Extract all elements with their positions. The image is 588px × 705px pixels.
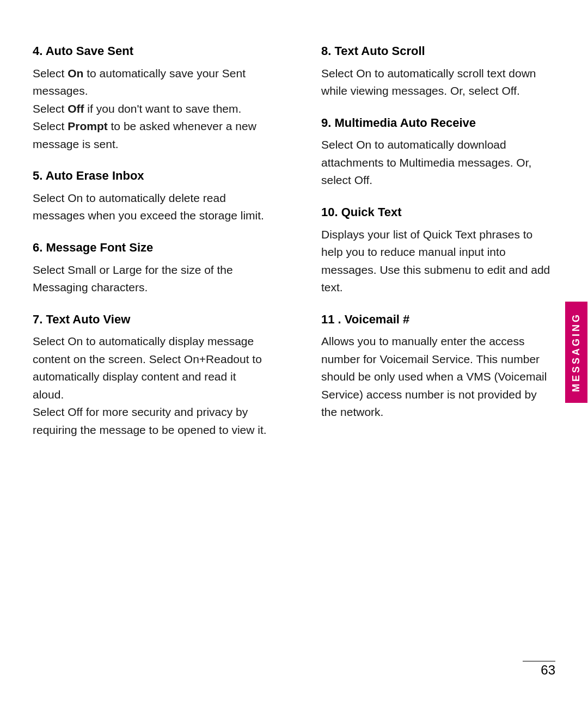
sidebar-wrapper: MESSAGING xyxy=(564,0,588,705)
section-4-body: Select On to automatically save your Sen… xyxy=(33,65,267,154)
two-column-layout: 4. Auto Save Sent Select On to automatic… xyxy=(33,44,555,455)
section-6-body: Select Small or Large for the size of th… xyxy=(33,261,267,297)
section-10-heading: 10. Quick Text xyxy=(321,205,555,220)
section-10: 10. Quick Text Displays your list of Qui… xyxy=(321,205,555,297)
section-8-body: Select On to automatically scroll text d… xyxy=(321,65,555,100)
page-divider xyxy=(523,661,555,661)
section-11: 11 . Voicemail # Allows you to manually … xyxy=(321,312,555,421)
right-column: 8. Text Auto Scroll Select On to automat… xyxy=(310,44,555,455)
section-5: 5. Auto Erase Inbox Select On to automat… xyxy=(33,168,267,225)
section-4-heading: 4. Auto Save Sent xyxy=(33,44,267,59)
section-7-body: Select On to automatically display messa… xyxy=(33,333,267,439)
page-container: 4. Auto Save Sent Select On to automatic… xyxy=(0,0,588,705)
section-5-heading: 5. Auto Erase Inbox xyxy=(33,168,267,184)
section-9: 9. Multimedia Auto Receive Select On to … xyxy=(321,115,555,189)
section-11-heading: 11 . Voicemail # xyxy=(321,312,555,328)
section-8-heading: 8. Text Auto Scroll xyxy=(321,44,555,59)
section-10-body: Displays your list of Quick Text phrases… xyxy=(321,226,555,297)
section-7: 7. Text Auto View Select On to automatic… xyxy=(33,312,267,439)
left-column: 4. Auto Save Sent Select On to automatic… xyxy=(33,44,278,455)
section-4: 4. Auto Save Sent Select On to automatic… xyxy=(33,44,267,153)
section-5-body: Select On to automatically delete read m… xyxy=(33,189,267,225)
sidebar-label: MESSAGING xyxy=(565,302,587,403)
page-number: 63 xyxy=(541,663,555,678)
section-9-body: Select On to automatically download atta… xyxy=(321,136,555,189)
section-9-heading: 9. Multimedia Auto Receive xyxy=(321,115,555,131)
section-6-heading: 6. Message Font Size xyxy=(33,240,267,256)
section-6: 6. Message Font Size Select Small or Lar… xyxy=(33,240,267,297)
section-11-body: Allows you to manually enter the access … xyxy=(321,333,555,421)
section-8: 8. Text Auto Scroll Select On to automat… xyxy=(321,44,555,100)
section-7-heading: 7. Text Auto View xyxy=(33,312,267,328)
